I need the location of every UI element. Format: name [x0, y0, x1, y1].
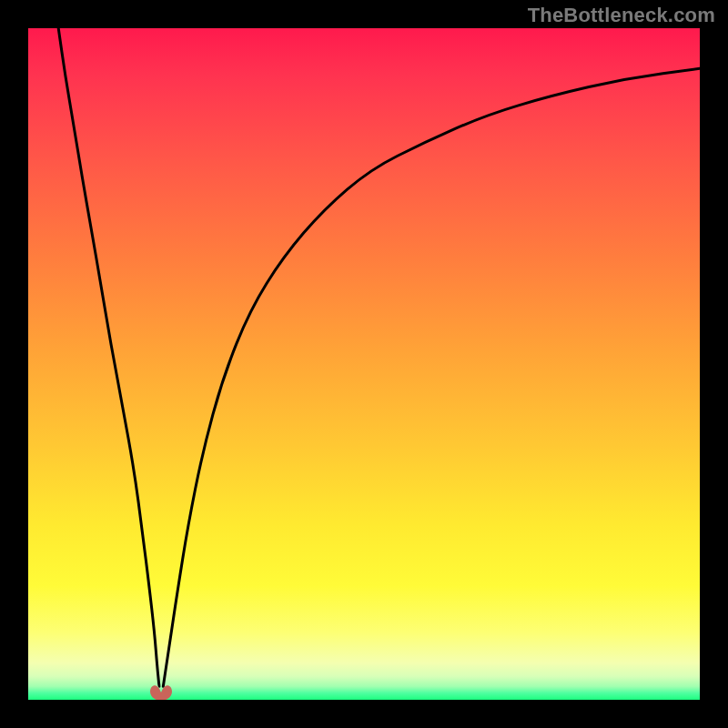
plot-area: [28, 28, 700, 700]
heart-icon: [150, 686, 172, 700]
bottleneck-curve: [58, 28, 700, 686]
chart-stage: TheBottleneck.com: [0, 0, 728, 728]
curve-overlay: [28, 28, 700, 700]
heart-marker: [147, 682, 175, 700]
watermark-text: TheBottleneck.com: [528, 4, 715, 27]
